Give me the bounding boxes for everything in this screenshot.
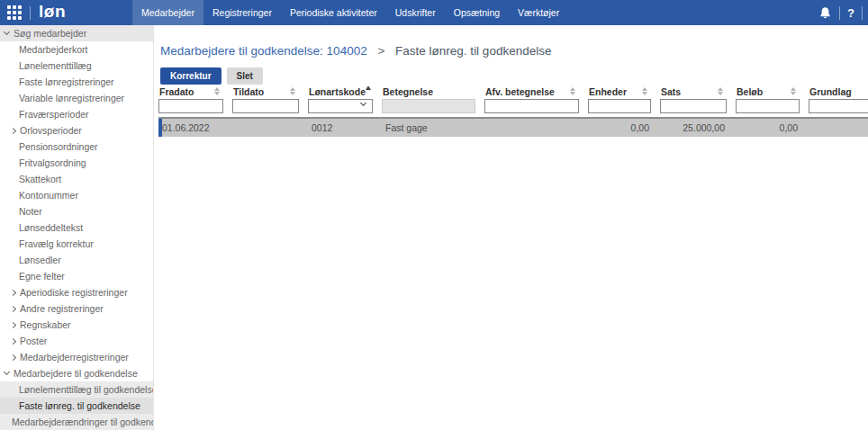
filter-input-betegnelse bbox=[382, 99, 475, 113]
chevron-down-icon bbox=[4, 369, 10, 375]
grid-body: 01.06.20220012Fast gage0,0025.000,000,00… bbox=[158, 119, 868, 137]
sidebar-item-label: Pensionsordninger bbox=[19, 141, 98, 152]
column-header-betegnelse[interactable]: Betegnelse bbox=[382, 86, 484, 97]
sort-up-arrow bbox=[718, 87, 723, 91]
sidebar-item-medarbejdere-til-godkendelse[interactable]: Medarbejdere til godkendelse bbox=[0, 365, 153, 381]
sidebar-item-label: Søg medarbejder bbox=[14, 28, 86, 39]
sidebar-item-label: Faste lønreg. til godkendelse bbox=[19, 400, 140, 411]
column-header-beløb[interactable]: Beløb bbox=[736, 86, 809, 97]
sidebar-item-faste-lønregistreringer[interactable]: Faste lønregistreringer bbox=[0, 74, 153, 90]
sidebar-item-medarbejderændringer-til-godkendelse[interactable]: Medarbejderændringer til godkendelse bbox=[0, 414, 153, 430]
nav-item-medarbejder[interactable]: Medarbejder bbox=[132, 0, 203, 25]
sidebar-item-fraværsperioder[interactable]: Fraværsperioder bbox=[0, 106, 153, 122]
sidebar-item-skattekort[interactable]: Skattekort bbox=[0, 171, 153, 187]
sidebar-item-label: Lønsedler bbox=[19, 255, 61, 265]
chevron-down-icon bbox=[4, 29, 10, 35]
breadcrumb-separator: > bbox=[377, 44, 384, 58]
column-header-label: Sats bbox=[661, 86, 681, 97]
sidebar-item-lønelementtillæg-til-godkendelse[interactable]: Lønelementtillæg til godkendelse bbox=[0, 381, 153, 398]
filter-input-afv-betegnelse[interactable] bbox=[484, 99, 579, 113]
column-header-grundlag[interactable]: Grundlag bbox=[809, 86, 868, 97]
filter-cell-fradato bbox=[158, 99, 232, 113]
nav-item-registreringer[interactable]: Registreringer bbox=[203, 0, 281, 25]
chevron-down-icon bbox=[360, 100, 366, 106]
sidebar-item-søg-medarbejder[interactable]: Søg medarbejder bbox=[0, 25, 153, 41]
sidebar-item-label: Medarbejderændringer til godkendelse bbox=[12, 417, 154, 427]
sidebar-item-fravælg-korrektur[interactable]: Fravælg korrektur bbox=[0, 236, 153, 252]
column-header-fradato[interactable]: Fradato bbox=[158, 86, 232, 97]
sidebar-item-egne-felter[interactable]: Egne felter bbox=[0, 268, 153, 284]
sidebar-item-aperiodiske-registreringer[interactable]: Aperiodiske registreringer bbox=[0, 284, 153, 300]
filter-input-fradato[interactable] bbox=[158, 99, 223, 113]
sidebar-item-label: Andre registreringer bbox=[20, 303, 104, 314]
logo-divider bbox=[30, 6, 31, 20]
column-header-afv-betegnelse[interactable]: Afv. betegnelse bbox=[484, 86, 588, 97]
column-header-sats[interactable]: Sats bbox=[660, 86, 736, 97]
sort-icon bbox=[791, 87, 796, 95]
help-icon[interactable]: ? bbox=[847, 6, 854, 20]
nav-item-udskrifter[interactable]: Udskrifter bbox=[386, 0, 445, 25]
breadcrumb-link[interactable]: Medarbejdere til godkendelse: 104002 bbox=[160, 44, 367, 58]
column-header-label: Grundlag bbox=[809, 86, 852, 97]
sidebar-item-label: Faste lønregistreringer bbox=[19, 76, 114, 87]
sidebar-item-label: Poster bbox=[20, 336, 47, 346]
chevron-right-icon bbox=[10, 305, 16, 311]
sort-up-arrow bbox=[642, 87, 647, 91]
breadcrumb: Medarbejdere til godkendelse: 104002 > F… bbox=[160, 44, 551, 58]
sidebar-item-label: Regnskaber bbox=[20, 319, 71, 330]
bell-icon[interactable] bbox=[818, 6, 832, 20]
nav-item-periodiske-aktiviteter[interactable]: Periodiske aktiviteter bbox=[281, 0, 386, 25]
column-header-lønartskode[interactable]: Lønartskode bbox=[308, 86, 382, 97]
column-header-enheder[interactable]: Enheder bbox=[588, 86, 660, 97]
slet-button[interactable]: Slet bbox=[227, 67, 263, 85]
sidebar-item-faste-lønreg-til-godkendelse[interactable]: Faste lønreg. til godkendelse bbox=[0, 398, 153, 414]
sidebar-item-label: Fravælg korrektur bbox=[19, 238, 94, 249]
sidebar-item-label: Variable lønregistreringer bbox=[19, 93, 124, 103]
column-header-label: Afv. betegnelse bbox=[485, 86, 555, 97]
column-header-label: Beløb bbox=[737, 86, 763, 97]
chevron-right-icon bbox=[10, 127, 16, 133]
sidebar-item-regnskaber[interactable]: Regnskaber bbox=[0, 317, 153, 333]
cell-betegnelse: Fast gage bbox=[382, 122, 484, 133]
sidebar-item-kontonummer[interactable]: Kontonummer bbox=[0, 187, 153, 203]
sort-down-arrow bbox=[214, 92, 220, 95]
nav-item-værktøjer[interactable]: Værktøjer bbox=[509, 0, 568, 25]
nav-item-opsætning[interactable]: Opsætning bbox=[445, 0, 509, 25]
cell-beløb: 0,00 bbox=[736, 122, 809, 133]
filter-input-beløb[interactable] bbox=[736, 99, 800, 113]
sidebar-item-variable-lønregistreringer[interactable]: Variable lønregistreringer bbox=[0, 90, 153, 106]
filter-input-enheder[interactable] bbox=[588, 99, 651, 113]
sidebar-item-andre-registreringer[interactable]: Andre registreringer bbox=[0, 300, 153, 317]
sidebar-item-medarbejderkort[interactable]: Medarbejderkort bbox=[0, 41, 153, 58]
sort-icon bbox=[570, 87, 575, 95]
column-header-tildato[interactable]: Tildato bbox=[232, 86, 308, 97]
sidebar-item-lønseddeltekst[interactable]: Lønseddeltekst bbox=[0, 219, 153, 236]
filter-input-sats[interactable] bbox=[660, 99, 727, 113]
sidebar-item-noter[interactable]: Noter bbox=[0, 203, 153, 219]
sort-icon bbox=[214, 87, 220, 95]
sidebar-item-lønsedler[interactable]: Lønsedler bbox=[0, 252, 153, 268]
topbar-divider bbox=[862, 6, 863, 20]
data-grid: FradatoTildatoLønartskodeBetegnelseAfv. … bbox=[155, 86, 868, 137]
sort-icon bbox=[718, 87, 723, 95]
filter-input-tildato[interactable] bbox=[232, 99, 299, 113]
korrektur-button[interactable]: Korrektur bbox=[160, 67, 222, 85]
topbar-divider bbox=[839, 6, 840, 20]
app-grid-icon[interactable] bbox=[7, 5, 22, 20]
sidebar-item-fritvalgsordning[interactable]: Fritvalgsordning bbox=[0, 155, 153, 171]
action-buttons: Korrektur Slet bbox=[160, 67, 263, 85]
sidebar-item-label: Orlovsperioder bbox=[20, 125, 82, 136]
column-header-label: Enheder bbox=[589, 86, 627, 97]
sidebar-item-pensionsordninger[interactable]: Pensionsordninger bbox=[0, 139, 153, 155]
sidebar-item-orlovsperioder[interactable]: Orlovsperioder bbox=[0, 122, 153, 139]
sort-down-arrow bbox=[290, 92, 295, 95]
filter-select-lønartskode[interactable] bbox=[308, 99, 373, 113]
table-row[interactable]: 01.06.20220012Fast gage0,0025.000,000,00… bbox=[158, 119, 868, 137]
sidebar-item-poster[interactable]: Poster bbox=[0, 333, 153, 349]
sort-up-arrow bbox=[791, 87, 796, 91]
top-bar: løn MedarbejderRegistreringerPeriodiske … bbox=[0, 0, 868, 25]
sort-icon bbox=[642, 87, 647, 95]
sidebar-item-medarbejderregistreringer[interactable]: Medarbejderregistreringer bbox=[0, 349, 153, 365]
sidebar-item-lønelementtillæg[interactable]: Lønelementtillæg bbox=[0, 58, 153, 74]
filter-input-grundlag[interactable] bbox=[809, 99, 868, 113]
